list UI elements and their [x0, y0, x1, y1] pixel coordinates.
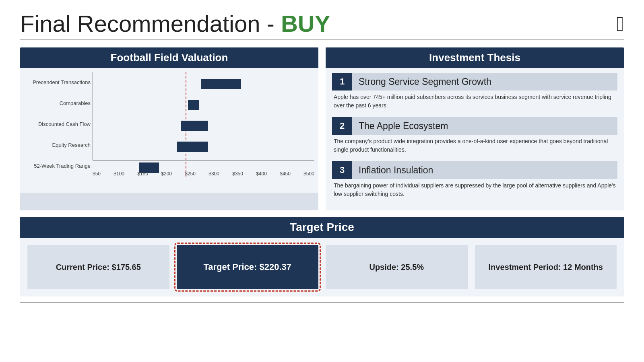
- x-label-400: $400: [256, 171, 267, 177]
- bar-comp: [188, 100, 199, 110]
- x-label-300: $300: [208, 171, 219, 177]
- chart-label-er: Equity Research: [22, 142, 91, 148]
- bar-dcf: [181, 121, 208, 131]
- football-field-title: Football Field Valuation: [20, 47, 318, 68]
- x-label-200: $200: [161, 171, 172, 177]
- bar-track-comp: [93, 100, 314, 110]
- chart-label-52w: 52-Week Trading Range: [22, 163, 91, 169]
- x-label-50: $50: [93, 171, 101, 177]
- top-divider: [20, 39, 624, 40]
- thesis-item-text-1: Apple has over 745+ million paid subscri…: [332, 93, 617, 110]
- thesis-num-1: 1: [332, 73, 352, 90]
- chart-row-er: Equity Research: [93, 138, 314, 156]
- bottom-divider: [20, 302, 624, 303]
- chart-label-comp: Comparables: [22, 100, 91, 106]
- thesis-body: 1 Strong Service Segment Growth Apple ha…: [326, 68, 624, 210]
- chart-label-dcf: Discounted Cash Flow: [22, 121, 91, 127]
- chart-row-dcf: Discounted Cash Flow: [93, 117, 314, 135]
- bar-track-er: [93, 142, 314, 152]
- target-card-target: Target Price: $220.37: [177, 245, 319, 289]
- x-label-100: $100: [114, 171, 124, 177]
- chart-label-pt: Precendent Transactions: [22, 79, 91, 85]
- thesis-item-2: 2 The Apple Ecosystem The company's prod…: [332, 117, 617, 154]
- x-axis-labels: $50 $100 $150 $200 $250 $300 $350 $400 $…: [93, 171, 314, 177]
- bar-track-pt: [93, 79, 314, 89]
- thesis-item-title-1: Strong Service Segment Growth: [352, 74, 498, 90]
- target-price-body: Current Price: $175.65 Target Price: $22…: [20, 238, 624, 296]
- thesis-num-3: 3: [332, 161, 352, 179]
- thesis-item-3: 3 Inflation Insulation The bargaining po…: [332, 161, 617, 198]
- thesis-item-1: 1 Strong Service Segment Growth Apple ha…: [332, 73, 617, 110]
- thesis-num-2: 2: [332, 117, 352, 135]
- x-label-250: $250: [185, 171, 196, 177]
- investment-thesis-title: Investment Thesis: [326, 47, 624, 68]
- football-field-panel: Football Field Valuation Precendent Tran…: [20, 47, 318, 210]
- thesis-item-header-1: 1 Strong Service Segment Growth: [332, 73, 617, 90]
- x-label-450: $450: [280, 171, 291, 177]
- target-card-period: Investment Period: 12 Months: [475, 245, 617, 289]
- investment-thesis-panel: Investment Thesis 1 Strong Service Segme…: [326, 47, 624, 210]
- target-price-section: Target Price Current Price: $175.65 Targ…: [20, 217, 624, 296]
- chart-row-comp: Comparables: [93, 96, 314, 114]
- x-label-500: $500: [303, 171, 314, 177]
- thesis-item-header-2: 2 The Apple Ecosystem: [332, 117, 617, 135]
- chart-row-pt: Precendent Transactions: [93, 75, 314, 93]
- target-card-current: Current Price: $175.65: [27, 245, 169, 289]
- bar-pt: [201, 79, 241, 89]
- chart-inner: Precendent Transactions Comparables Disc…: [93, 72, 314, 177]
- main-grid: Football Field Valuation Precendent Tran…: [20, 47, 624, 210]
- x-label-350: $350: [232, 171, 243, 177]
- bar-track-dcf: [93, 121, 314, 131]
- thesis-item-header-3: 3 Inflation Insulation: [332, 161, 617, 179]
- thesis-item-text-2: The company's product wide integration p…: [332, 137, 617, 154]
- apple-logo-icon: : [616, 13, 624, 34]
- x-label-150: $150: [137, 171, 148, 177]
- page-header: Final Recommendation - BUY : [20, 12, 624, 35]
- thesis-item-text-3: The bargaining power of individual suppl…: [332, 181, 617, 198]
- thesis-item-title-2: The Apple Ecosystem: [352, 118, 454, 134]
- football-field-chart: Precendent Transactions Comparables Disc…: [20, 68, 318, 193]
- bar-er: [177, 142, 208, 152]
- thesis-item-title-3: Inflation Insulation: [352, 162, 440, 178]
- page-title: Final Recommendation - BUY: [20, 12, 330, 35]
- target-price-title: Target Price: [20, 217, 624, 238]
- target-card-upside: Upside: 25.5%: [326, 245, 468, 289]
